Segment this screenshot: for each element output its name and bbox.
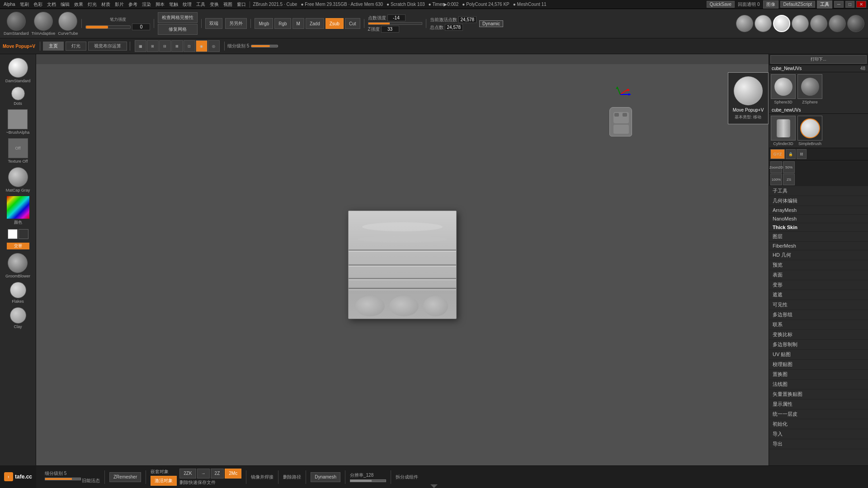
flakes-item[interactable]: Flakes [10, 282, 26, 304]
size-slider[interactable] [368, 22, 422, 25]
cube2-thumb[interactable]: Cylinder3D [771, 116, 796, 146]
menu-fibermesh[interactable]: FiberMesh [769, 242, 868, 250]
groomblow-item[interactable]: GroomBlower [5, 253, 30, 278]
viewport[interactable]: Move Popup+V 基本类型: 移动 [36, 54, 769, 465]
rgb-btn[interactable]: Rgb [274, 18, 291, 29]
sec-icon-1[interactable]: ▦ [135, 40, 146, 52]
menu-hd-geo[interactable]: HD 几何 [769, 250, 868, 260]
menu-thick-skin[interactable]: Thick Skin [769, 223, 868, 232]
brush-alpha-item[interactable]: ~BrushAlpha [6, 109, 30, 135]
menu-export[interactable]: 导出 [769, 439, 868, 449]
menu-preferences[interactable]: 参考 [127, 1, 139, 8]
menu-layers[interactable]: 图层 [769, 232, 868, 242]
move-icon[interactable] [773, 15, 790, 32]
topology-repair-btn[interactable]: 修复网格 [158, 24, 198, 35]
sec-icon-2[interactable]: ⊞ [147, 40, 159, 52]
sub-btn-2[interactable]: → [197, 469, 210, 479]
menu-window[interactable]: 窗口 [235, 1, 248, 8]
snakehook-icon[interactable] [829, 15, 846, 32]
inflate-icon[interactable] [792, 15, 809, 32]
sub-btn-4[interactable]: 2Mc [225, 469, 241, 479]
damstandard-brush-item[interactable]: DamStandard [5, 58, 31, 83]
sec-icon-6[interactable]: ◉ [196, 40, 208, 52]
menu-visibility[interactable]: 可见性 [769, 300, 868, 310]
simplebrush-thumb[interactable]: SimpleBrush [797, 116, 822, 146]
trimadaptive-brush-btn[interactable]: TrimAdaptive [32, 12, 56, 36]
color-item[interactable]: 颜色 [7, 196, 29, 225]
menu-deform[interactable]: 变形 [769, 280, 868, 290]
white-swatch[interactable] [8, 229, 18, 239]
lock-icon[interactable]: 🔒 [786, 149, 796, 159]
damstandard-brush-btn[interactable]: DamStandard [4, 12, 29, 36]
menu-unified-skin[interactable]: 统一一层皮 [769, 409, 868, 419]
menu-import[interactable]: 导入 [769, 429, 868, 439]
black-swatch[interactable] [19, 229, 28, 239]
zadd-btn[interactable]: Zadd [306, 18, 324, 29]
menu-light[interactable]: 灯光 [86, 1, 99, 8]
sec-icon-7[interactable]: ◎ [208, 40, 220, 52]
tab-boolean[interactable]: 视觉布尔运算 [88, 42, 127, 51]
menu-displacement[interactable]: 置换图 [769, 370, 868, 380]
sec-icon-3[interactable]: ⊟ [159, 40, 171, 52]
menu-material[interactable]: 材质 [99, 1, 112, 8]
standard-icon[interactable] [755, 15, 772, 32]
menu-polygroups[interactable]: 多边形组 [769, 310, 868, 320]
force-slider[interactable] [85, 25, 131, 29]
menu-render[interactable]: 渲染 [140, 1, 153, 8]
image-btn[interactable]: 图像 [763, 0, 778, 9]
res-slider[interactable] [350, 479, 386, 482]
zoom-percent-icon[interactable]: ZS [783, 174, 795, 185]
zremesher-btn[interactable]: ZRemesher [109, 472, 141, 482]
menu-script[interactable]: 脚本 [154, 1, 166, 8]
menu-geo-edit[interactable]: 几何体编辑 [769, 196, 868, 206]
zoom2d-2-icon[interactable]: 50% [783, 161, 795, 173]
menu-movie[interactable]: 影片 [113, 1, 126, 8]
menu-effect[interactable]: 效果 [72, 1, 85, 8]
clay-item[interactable]: Clay [10, 307, 26, 329]
subdiv-slider[interactable] [251, 45, 278, 47]
moveinfinityde-icon[interactable] [810, 15, 827, 32]
menu-color[interactable]: 色彩 [32, 1, 44, 8]
zsub-btn[interactable]: Zsub [326, 18, 344, 29]
menu-view[interactable]: 视图 [222, 1, 234, 8]
menu-document[interactable]: 文档 [45, 1, 58, 8]
menu-transform-markers[interactable]: 变换比标 [769, 330, 868, 340]
tab-light[interactable]: 灯光 [66, 42, 86, 51]
menu-sub-tool[interactable]: 子工具 [769, 186, 868, 196]
gyz-icon[interactable]: GYZ [770, 149, 785, 159]
mrgb-btn[interactable]: Mrgb [255, 18, 273, 29]
sphere3d-thumb[interactable]: Sphere3D [771, 74, 796, 104]
detect-holes-btn[interactable]: 检查网格完整性 [158, 12, 198, 23]
claybuildup-icon[interactable] [736, 15, 753, 32]
menu-texture-map[interactable]: 校理贴图 [769, 360, 868, 370]
dual-btn[interactable]: 双端 [205, 18, 222, 29]
menu-poly-control[interactable]: 多边形制制 [769, 340, 868, 350]
spolish-icon[interactable] [847, 15, 864, 32]
dynamic-btn[interactable]: Dynamic [479, 20, 503, 27]
tool-header-btn[interactable]: 工具 [817, 0, 832, 9]
viewport-canvas[interactable] [36, 64, 769, 465]
menu-preview[interactable]: 预览 [769, 260, 868, 270]
texture-off-item[interactable]: Off Texture Off [8, 138, 28, 164]
matcap-gray-item[interactable]: MatCap Gray [6, 167, 30, 192]
sec-icon-5[interactable]: ⊡ [184, 40, 195, 52]
menu-stroke[interactable]: 笔触 [167, 1, 180, 8]
subdiv-bottom-slider[interactable] [45, 478, 81, 480]
menu-uv-map[interactable]: UV 贴图 [769, 350, 868, 360]
sub-btn-3[interactable]: 2Z [211, 469, 224, 479]
quicksave-btn[interactable]: QuickSave [707, 1, 735, 8]
menu-transform[interactable]: 变换 [208, 1, 221, 8]
menu-texture[interactable]: 纹理 [181, 1, 193, 8]
sec-icon-4[interactable]: ⊠ [171, 40, 183, 52]
active-btn[interactable]: 激活对象 [151, 476, 177, 486]
menu-vector-displacement[interactable]: 矢量置换贴图 [769, 389, 868, 399]
menu-alpha[interactable]: Alpha [2, 1, 17, 7]
menu-surface[interactable]: 表面 [769, 270, 868, 280]
sub-btn-1[interactable]: 2ZK [179, 469, 196, 479]
dots-item[interactable]: Dots [11, 87, 25, 106]
maximize-btn[interactable]: □ [845, 1, 854, 8]
another-btn[interactable]: 另另外 [225, 18, 247, 29]
cut-btn[interactable]: Cut [345, 18, 360, 29]
switch-colors-btn[interactable]: 交替 [7, 243, 29, 249]
place-btn[interactable]: 打印下... [770, 55, 867, 64]
